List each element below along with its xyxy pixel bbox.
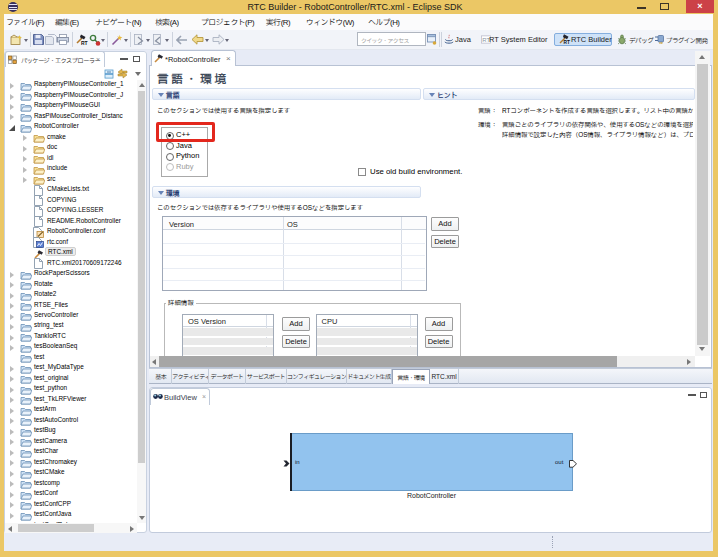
svg-text:RT: RT xyxy=(81,40,88,46)
svg-text:RT: RT xyxy=(564,40,570,44)
